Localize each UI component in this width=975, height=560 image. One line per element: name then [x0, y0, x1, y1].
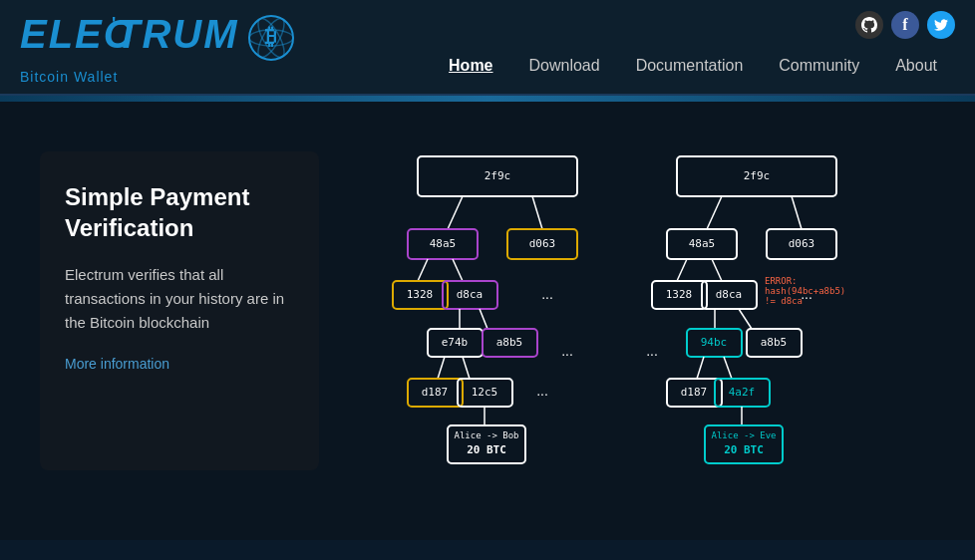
svg-text:20 BTC: 20 BTC: [724, 443, 764, 456]
svg-line-30: [463, 357, 470, 379]
nav-documentation[interactable]: Documentation: [618, 49, 762, 83]
svg-line-24: [480, 309, 488, 329]
svg-line-49: [677, 259, 687, 281]
svg-line-11: [532, 196, 542, 229]
svg-line-10: [448, 196, 463, 229]
tampered-blockchain-diagram: 2f9c 48a5 d063 1328 d8ca: [647, 151, 906, 490]
bitcoin-logo-icon: ₿: [247, 14, 295, 62]
svg-text:2f9c: 2f9c: [744, 169, 771, 182]
section-body: Electrum verifies that all transactions …: [65, 263, 294, 335]
svg-line-60: [739, 309, 752, 329]
svg-text:d187: d187: [681, 386, 708, 399]
nav-community[interactable]: Community: [761, 49, 877, 83]
logo-title: ELEC TRUM ' ₿: [20, 10, 295, 67]
svg-text:2f9c: 2f9c: [485, 169, 511, 182]
svg-text:a8b5: a8b5: [761, 336, 788, 349]
twitter-icon[interactable]: [927, 11, 955, 39]
main-nav: Home Download Documentation Community Ab…: [431, 49, 955, 83]
svg-text:...: ...: [561, 343, 573, 359]
svg-line-43: [707, 196, 722, 229]
svg-text:d063: d063: [529, 237, 556, 250]
svg-line-17: [453, 259, 463, 281]
facebook-icon[interactable]: f: [891, 11, 919, 39]
svg-text:20 BTC: 20 BTC: [467, 443, 506, 456]
svg-text:4a2f: 4a2f: [729, 386, 756, 399]
svg-text:d8ca: d8ca: [716, 288, 743, 301]
svg-text:TRUM: TRUM: [116, 12, 239, 56]
svg-text:e74b: e74b: [442, 336, 469, 349]
svg-text:ERROR:: ERROR:: [765, 276, 798, 286]
svg-text:...: ...: [541, 286, 553, 302]
svg-text:...: ...: [801, 286, 812, 302]
site-header: ELEC TRUM ' ₿ Bitcoin Wallet: [0, 0, 975, 96]
svg-text:...: ...: [647, 343, 658, 359]
nav-home[interactable]: Home: [431, 49, 510, 83]
svg-text:1328: 1328: [407, 288, 434, 301]
valid-blockchain-diagram: 2f9c 48a5 d063 1328 d8ca: [388, 151, 617, 490]
svg-text:12c5: 12c5: [472, 386, 498, 399]
svg-text:Alice -> Bob: Alice -> Bob: [454, 430, 518, 440]
svg-text:!= d8ca: != d8ca: [765, 296, 803, 306]
svg-text:48a5: 48a5: [689, 237, 716, 250]
social-icons: f: [855, 11, 955, 39]
github-icon[interactable]: [855, 11, 883, 39]
content-inner: Simple Payment Verification Electrum ver…: [40, 151, 935, 490]
svg-line-50: [712, 259, 722, 281]
svg-text:48a5: 48a5: [430, 237, 457, 250]
svg-text:Alice -> Eve: Alice -> Eve: [711, 430, 776, 440]
diagram-area: 2f9c 48a5 d063 1328 d8ca: [359, 151, 935, 490]
svg-text:d187: d187: [422, 386, 449, 399]
svg-text:...: ...: [536, 383, 548, 399]
svg-line-66: [724, 357, 732, 379]
logo-area: ELEC TRUM ' ₿ Bitcoin Wallet: [20, 10, 295, 85]
svg-line-16: [418, 259, 428, 281]
more-info-link[interactable]: More information: [65, 356, 169, 372]
main-content: Simple Payment Verification Electrum ver…: [0, 102, 975, 540]
svg-text:d063: d063: [789, 237, 815, 250]
nav-about[interactable]: About: [877, 49, 955, 83]
nav-download[interactable]: Download: [511, 49, 618, 83]
logo-subtitle: Bitcoin Wallet: [20, 69, 118, 85]
svg-text:a8b5: a8b5: [496, 336, 523, 349]
header-right: f Home Download Documentation Community …: [431, 11, 955, 83]
section-title: Simple Payment Verification: [65, 181, 294, 243]
svg-text:d8ca: d8ca: [457, 288, 484, 301]
svg-line-44: [792, 196, 802, 229]
svg-line-29: [438, 357, 445, 379]
text-panel: Simple Payment Verification Electrum ver…: [40, 151, 319, 470]
svg-line-65: [697, 357, 704, 379]
svg-text:': ': [112, 14, 118, 34]
svg-text:1328: 1328: [666, 288, 693, 301]
svg-text:94bc: 94bc: [701, 336, 728, 349]
electrum-wordmark: ELEC TRUM ': [20, 10, 239, 67]
